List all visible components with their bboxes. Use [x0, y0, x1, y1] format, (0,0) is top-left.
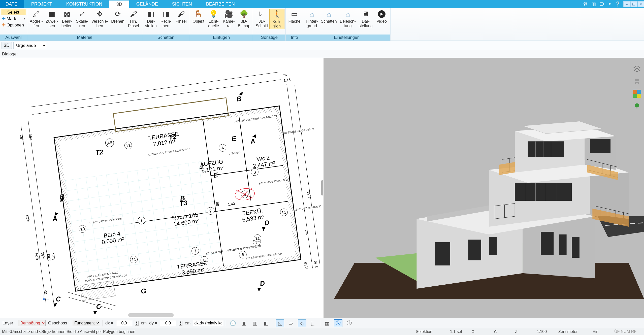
menu-tab-gelaende[interactable]: GELÄNDE	[129, 0, 165, 8]
maximize-button[interactable]: ▢	[630, 1, 637, 7]
menu-tab-datei[interactable]: DATEI	[0, 0, 24, 8]
zuweisen-button[interactable]: ▦Zuwei- sen	[44, 9, 59, 28]
beleuchtung-button[interactable]: Beleuch- tung	[338, 9, 357, 28]
bounds-icon[interactable]: ▣	[240, 319, 248, 327]
svg-rect-136	[572, 237, 579, 258]
darstellen-button[interactable]: ◧Dar- stellen	[143, 9, 158, 28]
video-button[interactable]: Video	[374, 9, 389, 24]
stack-toggle-icon[interactable]: ▥	[251, 319, 259, 327]
close-button[interactable]: ×	[637, 1, 644, 7]
palette-icon[interactable]	[632, 89, 641, 98]
svg-point-183	[635, 103, 639, 107]
menu-tab-3d[interactable]: 3D	[109, 0, 129, 8]
tree-icon[interactable]	[632, 102, 641, 111]
tools-icon[interactable]: 🛠	[583, 1, 589, 7]
3d-render[interactable]	[324, 58, 644, 318]
furniture-icon[interactable]	[632, 77, 641, 86]
bitmap3d-button[interactable]: 🌳3D- Bitmap	[236, 9, 252, 28]
layers-icon[interactable]	[632, 64, 641, 73]
optionen-button[interactable]: ✚Optionen	[1, 22, 26, 28]
drehen-button[interactable]: ⟳Drehen	[110, 9, 126, 24]
svg-text:89: 89	[215, 202, 220, 206]
coord-mode-input[interactable]	[193, 320, 223, 326]
bearbeiten-button[interactable]: ▩Bear- beiten	[59, 9, 75, 28]
status-x: X:	[472, 329, 487, 334]
svg-text:1,99: 1,99	[28, 133, 33, 141]
layer-select[interactable]: Bemaßung	[18, 320, 46, 326]
lichtquelle-button[interactable]: 💡Licht- quelle	[206, 9, 221, 28]
floorplan-scrollbar[interactable]	[128, 313, 174, 317]
svg-rect-131	[435, 242, 450, 265]
status-ein: Ein	[593, 329, 608, 334]
svg-text:11: 11	[131, 257, 137, 262]
kamera-button[interactable]: 🎥Kame- ra	[221, 9, 236, 28]
grid-toggle-icon[interactable]: ▦	[323, 319, 331, 327]
dy-label: dy =	[149, 321, 157, 326]
svg-text:D: D	[264, 219, 270, 227]
view-mode-chip[interactable]: 3D	[2, 42, 12, 49]
pane-splitter[interactable]	[321, 58, 324, 318]
svg-text:10: 10	[80, 226, 85, 231]
selekt-button[interactable]: ⬚Selekt	[1, 9, 26, 15]
bottom-toolbar: Layer : Bemaßung Geschoss : Fundament dx…	[0, 318, 644, 328]
svg-text:76: 76	[283, 73, 287, 77]
snap-edge-icon[interactable]: ▱	[287, 319, 295, 327]
menu-tab-sichten[interactable]: SICHTEN	[165, 0, 199, 8]
new-icon[interactable]: ✦	[607, 1, 613, 7]
window-controls: – ▢ ×	[623, 0, 644, 8]
workspace: 1 2 3 4 5 6 6 7 7 10 11 11 11	[0, 58, 644, 318]
help-icon[interactable]: ❔	[615, 1, 621, 7]
abgreifen-button[interactable]: 🖊Abgrei- fen	[28, 9, 44, 28]
darstellung-button[interactable]: 🖥Dar- stellung	[357, 9, 374, 28]
dy-spinner[interactable]: ▲▼	[179, 321, 182, 326]
status-z: Z:	[515, 329, 530, 334]
floorplan-drawing[interactable]: 1 2 3 4 5 6 6 7 7 10 11 11 11	[0, 58, 321, 318]
snap-plane-icon[interactable]: ⬚	[309, 319, 317, 327]
snap-face-icon[interactable]: ◇	[298, 319, 306, 327]
cube-icon[interactable]: ◧	[262, 319, 270, 327]
skalieren-button[interactable]: ⤢Skalie- ren	[75, 9, 90, 28]
verschieben-button[interactable]: ✥Verschie- ben	[90, 9, 110, 28]
hintergrund-button[interactable]: Hinter- grund	[304, 9, 319, 28]
ribbon-group-material: 🖊Abgrei- fen ▦Zuwei- sen ▩Bear- beiten ⤢…	[27, 8, 142, 41]
terrain-select[interactable]: Urgelände	[13, 42, 46, 49]
clock-icon[interactable]: 🕘	[229, 319, 237, 327]
flaeche-button[interactable]: ▭Fläche	[287, 9, 302, 24]
group-caption-schatten: Schatten	[142, 35, 190, 41]
dialoge-bar: Dialoge:	[0, 50, 644, 58]
pinsel-button[interactable]: 🖌Pinsel	[174, 9, 189, 24]
group-caption-sonstige: Sonstige	[253, 35, 285, 41]
dx-label: dx =	[105, 321, 114, 326]
rechnen-button[interactable]: ◨Rech- nen	[158, 9, 174, 28]
svg-text:47³: 47³	[304, 230, 309, 236]
svg-text:6,51: 6,51	[40, 252, 45, 259]
dx-spinner[interactable]: ▲▼	[135, 321, 139, 326]
snap-endpoint-icon[interactable]: ◺	[276, 319, 284, 327]
menu-tab-konstruktion[interactable]: KONSTRUKTION	[59, 0, 109, 8]
ribbon-group-sonstige: ⟀3D- Schnitt 🚶Kolli- sion Sonstige	[253, 8, 286, 41]
hinpinsel-button[interactable]: 🖌Hin. Pinsel	[126, 9, 141, 28]
info-toggle-icon[interactable]: ⓘ	[345, 319, 353, 327]
north-icon[interactable]: Ⓝ	[334, 319, 342, 327]
schatten-einst-button[interactable]: Schatten	[319, 9, 338, 24]
floorplan-pane[interactable]: 1 2 3 4 5 6 6 7 7 10 11 11 11	[0, 58, 321, 318]
svg-text:T3: T3	[179, 199, 188, 208]
geschoss-select[interactable]: Fundament	[72, 320, 100, 326]
objekt-button[interactable]: 🪑Objekt	[191, 9, 206, 24]
mark-button[interactable]: ✚Mark.▾	[1, 16, 26, 22]
stack-icon[interactable]: ▥	[591, 1, 597, 7]
3d-pane[interactable]	[324, 58, 644, 318]
menu-tab-bearbeiten[interactable]: BEARBEITEN	[199, 0, 242, 8]
ribbon-group-einfuegen: 🪑Objekt 💡Licht- quelle 🎥Kame- ra 🌳3D- Bi…	[190, 8, 253, 41]
dy-input[interactable]	[160, 320, 176, 326]
menu-tab-projekt[interactable]: PROJEKT	[24, 0, 59, 8]
svg-rect-161	[528, 141, 564, 157]
schnitt3d-button[interactable]: ⟀3D- Schnitt	[254, 9, 269, 28]
screen-icon[interactable]: 🖵	[599, 1, 605, 7]
kollision-button[interactable]: 🚶Kolli- sion	[269, 9, 284, 29]
svg-rect-181	[635, 83, 636, 84]
dx-input[interactable]	[116, 320, 132, 326]
status-hint: Mit <Umschalt> und <Strg> können Sie die…	[2, 329, 135, 334]
group-caption-info: Info	[286, 35, 303, 41]
minimize-button[interactable]: –	[623, 1, 630, 7]
